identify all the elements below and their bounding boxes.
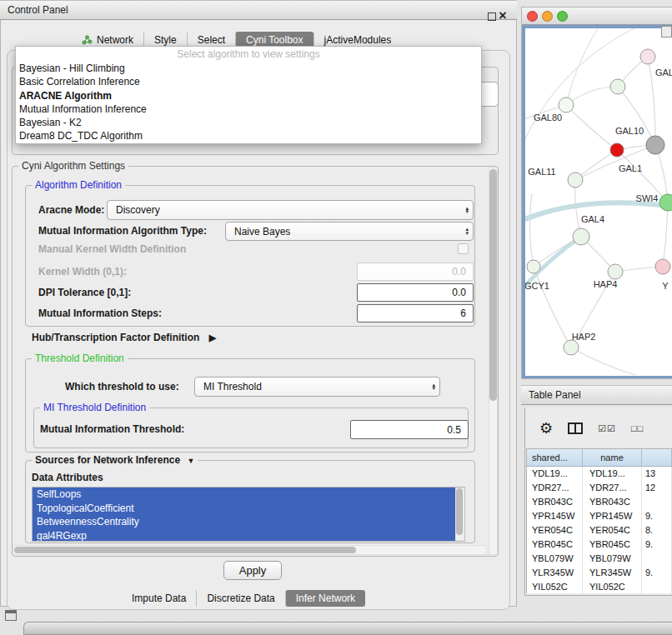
select-all-checkboxes-icon[interactable]: ☑☑ — [598, 423, 616, 434]
bottom-tab-impute-data[interactable]: Impute Data — [122, 590, 196, 607]
network-node[interactable] — [608, 264, 623, 279]
node-label: GAL1 — [619, 163, 642, 173]
table-body: YDL19...YDL19...13YDR27...YDR27...12YBR0… — [527, 467, 672, 593]
network-edge[interactable] — [566, 87, 618, 105]
bottom-tabs: Impute DataDiscretize DataInfer Network — [122, 588, 365, 608]
mi-threshold-label: Mutual Information Threshold: — [40, 420, 184, 439]
algorithm-option-basic-correlation-inference[interactable]: Basic Correlation Inference — [16, 75, 481, 88]
column-header[interactable]: name — [583, 449, 642, 466]
table-row[interactable]: YDR27...YDR27...12 — [527, 481, 672, 495]
table-row[interactable]: YPR145WYPR145W9. — [527, 509, 672, 523]
which-threshold-combobox[interactable]: MI Threshold ▴▾ — [194, 377, 440, 397]
data-attributes-list[interactable]: SelfLoopsTopologicalCoefficientBetweenne… — [32, 487, 465, 542]
mi-steps-field[interactable]: 6 — [357, 304, 474, 322]
table-row[interactable]: YDL19...YDL19...13 — [527, 467, 672, 481]
network-node[interactable] — [646, 136, 664, 154]
network-node[interactable] — [527, 260, 540, 273]
mi-type-combobox[interactable]: Naive Bayes ▴▾ — [225, 222, 474, 241]
table-panel-titlebar[interactable]: Table Panel — [521, 385, 672, 405]
network-node[interactable] — [610, 143, 624, 157]
network-tab-icon — [82, 35, 93, 45]
tab-label: Style — [154, 34, 177, 46]
column-header[interactable]: shared... — [527, 449, 583, 466]
close-window-icon[interactable] — [527, 11, 538, 22]
attributes-scrollbar-thumb[interactable] — [456, 488, 463, 535]
apply-button[interactable]: Apply — [223, 561, 282, 580]
bottom-tab-label: Infer Network — [296, 592, 355, 604]
manual-kernel-checkbox — [458, 243, 469, 254]
columns-icon[interactable] — [568, 422, 583, 434]
attribute-item-topologicalcoefficient[interactable]: TopologicalCoefficient — [33, 502, 460, 516]
attribute-item-gal4rgexp[interactable]: gal4RGexp — [33, 529, 460, 542]
clear-checkboxes-icon[interactable]: □□ — [631, 423, 644, 433]
network-edge[interactable] — [618, 87, 655, 145]
table-row[interactable]: YER054CYER054C8. — [527, 523, 672, 538]
algorithm-option-mutual-information-inference[interactable]: Mutual Information Inference — [16, 102, 481, 116]
float-panel-icon[interactable] — [488, 12, 496, 21]
screen: Control Panel × NetworkStyleSelectCyni T… — [0, 0, 672, 635]
zoom-window-icon[interactable] — [557, 11, 568, 22]
combo-stepper-icon: ▴▾ — [465, 228, 473, 235]
hub-section-toggle[interactable]: Hub/Transcription Factor Definition ▶ — [32, 330, 216, 345]
table-cell: YBR043C — [527, 495, 583, 509]
network-edge[interactable] — [529, 193, 534, 267]
network-node[interactable] — [564, 340, 579, 355]
network-canvas[interactable]: GAL7GAL80GAL10GAL1GAL11SWI4GAL4GCY1HAP4Y… — [525, 28, 672, 376]
algorithm-option-bayesian-k2[interactable]: Bayesian - K2 — [16, 116, 481, 129]
algorithm-option-aracne-algorithm[interactable]: ARACNE Algorithm — [16, 89, 481, 102]
table-row[interactable]: YLR345WYLR345W9. — [527, 566, 672, 580]
collapse-down-icon[interactable]: ▼ — [187, 457, 194, 465]
close-panel-icon[interactable]: × — [497, 8, 509, 24]
network-node[interactable] — [573, 228, 589, 245]
network-edge[interactable] — [663, 202, 668, 267]
table-cell: YLR345W — [527, 566, 583, 580]
network-node[interactable] — [640, 49, 655, 64]
attribute-item-selfloops[interactable]: SelfLoops — [33, 488, 460, 502]
minimize-window-icon[interactable] — [542, 11, 553, 22]
algorithm-dropdown-list: Bayesian - Hill ClimbingBasic Correlatio… — [16, 62, 481, 143]
network-node[interactable] — [568, 172, 583, 188]
bottom-tab-discretize-data[interactable]: Discretize Data — [196, 590, 284, 607]
algorithm-option-dream8-dc-tdc-algorithm[interactable]: Dream8 DC_TDC Algorithm — [16, 129, 481, 142]
table-cell: YBL079W — [583, 552, 642, 566]
mi-threshold-field[interactable]: 0.5 — [350, 420, 469, 439]
attribute-item-betweennesscentrality[interactable]: BetweennessCentrality — [33, 515, 460, 529]
table-row[interactable]: YBR045CYBR045C9. — [527, 538, 672, 552]
tab-label: Cyni Toolbox — [246, 34, 303, 46]
network-node[interactable] — [655, 259, 670, 274]
node-label: GAL7 — [655, 68, 672, 78]
expand-right-icon[interactable]: ▶ — [209, 332, 216, 342]
table-row[interactable]: YIL052CYIL052C — [527, 580, 672, 593]
table-panel-title: Table Panel — [521, 389, 581, 401]
table-cell — [642, 580, 672, 593]
table-row[interactable]: YBR043CYBR043C — [527, 495, 672, 509]
network-node[interactable] — [659, 194, 672, 211]
restore-panel-icon[interactable] — [5, 610, 17, 621]
node-label: GCY1 — [525, 281, 549, 291]
network-edge[interactable] — [566, 105, 617, 150]
combo-stepper-icon: ▴▾ — [465, 207, 473, 214]
settings-horizontal-scrollbar-thumb[interactable] — [14, 547, 356, 553]
settings-vertical-scrollbar-thumb[interactable] — [489, 169, 497, 401]
network-edge[interactable] — [566, 28, 602, 105]
collapsed-bottom-panel[interactable] — [23, 622, 672, 635]
network-node[interactable] — [559, 98, 574, 112]
gear-icon[interactable]: ⚙ — [539, 419, 553, 438]
bottom-tab-infer-network[interactable]: Infer Network — [285, 590, 365, 607]
node-label: SWI4 — [636, 193, 659, 203]
network-node[interactable] — [610, 79, 625, 94]
tab-label: Select — [198, 34, 225, 46]
algorithm-option-bayesian-hill-climbing[interactable]: Bayesian - Hill Climbing — [16, 62, 481, 75]
network-edge[interactable] — [534, 267, 571, 348]
control-panel-titlebar[interactable]: Control Panel — [0, 0, 517, 20]
data-attributes-label: Data Attributes — [32, 471, 103, 484]
dpi-tolerance-field[interactable]: 0.0 — [357, 283, 474, 302]
birdseye-toggle-icon[interactable] — [661, 26, 672, 38]
sources-toggle[interactable]: Sources for Network Inference ▼ — [32, 454, 198, 467]
manual-kernel-label: Manual Kernel Width Definition — [38, 242, 186, 256]
column-header[interactable] — [642, 449, 672, 466]
aracne-mode-combobox[interactable]: Discovery ▴▾ — [107, 200, 474, 220]
algorithm-dropdown-popup: Select algorithm to view settings Bayesi… — [15, 46, 482, 144]
table-row[interactable]: YBL079WYBL079W — [527, 552, 672, 566]
network-edge[interactable] — [571, 348, 635, 375]
